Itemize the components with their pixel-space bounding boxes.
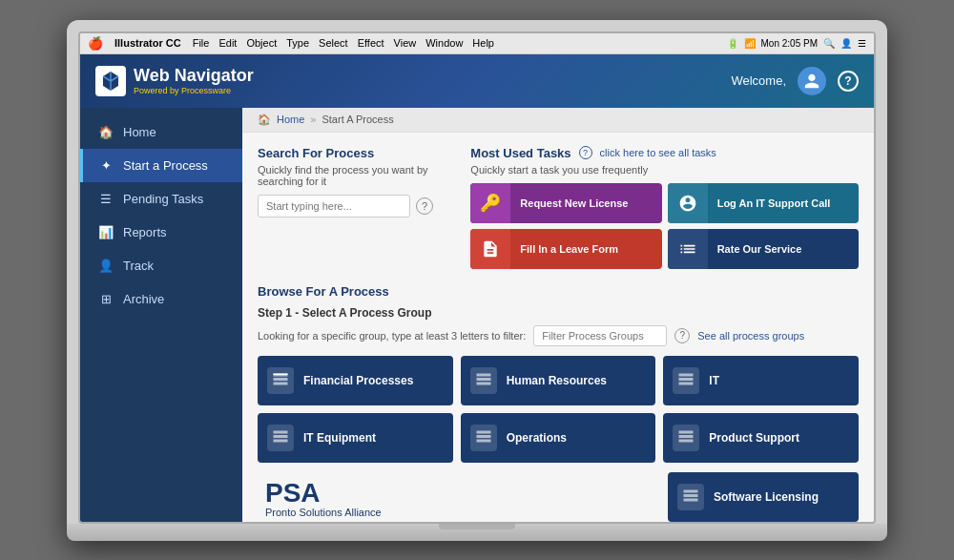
sidebar: 🏠 Home ✦ Start a Process ☰ Pending Tasks… xyxy=(80,108,242,522)
header-subtitle: Powered by Processware xyxy=(134,86,254,95)
page-content: Search For Process Quickly find the proc… xyxy=(242,133,874,522)
product-support-icon xyxy=(673,425,699,451)
menu-file[interactable]: File xyxy=(193,37,210,49)
bottom-row: PSA Pronto Solutions Alliance xyxy=(258,472,859,522)
leave-form-label: Fill In a Leave Form xyxy=(510,243,661,255)
software-licensing-label: Software Licensing xyxy=(714,490,819,504)
time-display: Mon 2:05 PM xyxy=(761,38,818,49)
menu-effect[interactable]: Effect xyxy=(358,37,384,49)
psa-acronym: PSA xyxy=(265,480,653,507)
user-avatar-button[interactable] xyxy=(798,67,826,95)
menu-type[interactable]: Type xyxy=(286,37,309,49)
battery-icon: 🔋 xyxy=(727,38,738,49)
menu-items: File Edit Object Type Select Effect View… xyxy=(193,37,494,49)
menu-help[interactable]: Help xyxy=(472,37,494,49)
software-licensing-icon xyxy=(677,484,704,510)
operations-icon xyxy=(470,425,497,451)
menu-icon[interactable]: ☰ xyxy=(858,38,866,49)
operations-label: Operations xyxy=(507,431,567,445)
header-logo-area: Web Navigator Powered by Processware xyxy=(95,66,286,96)
most-used-help-icon[interactable]: ? xyxy=(579,146,592,159)
sidebar-pending-tasks-label: Pending Tasks xyxy=(123,192,203,206)
step-label: Step 1 - Select A Process Group xyxy=(258,306,859,320)
sidebar-start-process-label: Start a Process xyxy=(123,158,208,173)
financial-icon xyxy=(267,367,294,394)
psa-logo: PSA Pronto Solutions Alliance xyxy=(258,472,660,522)
task-cards: 🔑 Request New License xyxy=(470,183,859,269)
process-grid: Financial Processes Human Resources xyxy=(258,356,859,463)
user-icon[interactable]: 👤 xyxy=(840,38,852,49)
search-input[interactable] xyxy=(258,195,410,218)
task-card-request-license[interactable]: 🔑 Request New License xyxy=(470,183,661,223)
apple-icon: 🍎 xyxy=(88,36,103,51)
search-help-icon[interactable]: ? xyxy=(416,197,433,215)
it-support-label: Log An IT Support Call xyxy=(708,197,859,209)
it-equipment-label: IT Equipment xyxy=(303,431,376,445)
filter-description: Looking for a specific group, type at le… xyxy=(258,330,526,342)
sidebar-item-track[interactable]: 👤 Track xyxy=(80,249,242,282)
it-equipment-icon xyxy=(267,425,294,451)
breadcrumb: 🏠 Home » Start A Process xyxy=(242,108,874,133)
task-card-it-support[interactable]: Log An IT Support Call xyxy=(668,183,859,223)
laptop-screen: 🍎 Illustrator CC File Edit Object Type S… xyxy=(78,31,876,524)
rate-service-label: Rate Our Service xyxy=(708,243,859,255)
sidebar-item-start-process[interactable]: ✦ Start a Process xyxy=(80,149,242,182)
search-input-row: ? xyxy=(258,195,451,218)
app-container: Web Navigator Powered by Processware Wel… xyxy=(80,54,874,522)
see-all-tasks-link[interactable]: click here to see all tasks xyxy=(600,147,716,158)
header-right: Welcome, ? xyxy=(731,67,859,95)
rate-service-icon xyxy=(668,229,708,269)
hr-icon xyxy=(470,367,497,394)
reports-icon: 📊 xyxy=(98,225,114,239)
search-section-title: Search For Process xyxy=(258,146,451,160)
menu-window[interactable]: Window xyxy=(425,37,463,49)
app-header: Web Navigator Powered by Processware Wel… xyxy=(80,54,874,108)
process-btn-financial[interactable]: Financial Processes xyxy=(258,356,453,405)
main-layout: 🏠 Home ✦ Start a Process ☰ Pending Tasks… xyxy=(80,108,874,522)
app-title: Web Navigator xyxy=(134,66,254,87)
process-btn-it[interactable]: IT xyxy=(663,356,859,405)
wifi-icon: 📶 xyxy=(744,38,756,49)
menu-view[interactable]: View xyxy=(394,37,417,49)
sidebar-item-home[interactable]: 🏠 Home xyxy=(80,115,242,149)
pending-tasks-icon: ☰ xyxy=(98,192,114,206)
home-icon: 🏠 xyxy=(98,125,114,139)
mac-menubar: 🍎 Illustrator CC File Edit Object Type S… xyxy=(80,33,874,54)
process-btn-hr[interactable]: Human Resources xyxy=(461,356,656,405)
filter-row: Looking for a specific group, type at le… xyxy=(258,325,859,346)
breadcrumb-separator: » xyxy=(310,114,316,125)
search-section: Search For Process Quickly find the proc… xyxy=(258,146,451,269)
task-card-leave-form[interactable]: Fill In a Leave Form xyxy=(470,229,661,269)
menu-edit[interactable]: Edit xyxy=(218,37,237,49)
leave-form-icon xyxy=(470,229,510,269)
process-btn-product-support[interactable]: Product Support xyxy=(663,413,859,463)
process-btn-software-licensing[interactable]: Software Licensing xyxy=(668,472,859,522)
process-btn-it-equipment[interactable]: IT Equipment xyxy=(258,413,453,463)
sidebar-item-reports[interactable]: 📊 Reports xyxy=(80,216,242,249)
sidebar-reports-label: Reports xyxy=(123,225,167,239)
process-btn-operations[interactable]: Operations xyxy=(461,413,656,463)
sidebar-item-pending-tasks[interactable]: ☰ Pending Tasks xyxy=(80,182,242,216)
help-button[interactable]: ? xyxy=(838,71,859,92)
menu-select[interactable]: Select xyxy=(319,37,348,49)
see-all-groups-link[interactable]: See all process groups xyxy=(697,330,804,342)
it-icon xyxy=(673,367,699,394)
sidebar-track-label: Track xyxy=(123,259,154,273)
section-top: Search For Process Quickly find the proc… xyxy=(258,146,859,269)
financial-label: Financial Processes xyxy=(303,374,413,387)
task-card-rate-service[interactable]: Rate Our Service xyxy=(668,229,859,269)
psa-full-name: Pronto Solutions Alliance xyxy=(265,507,653,518)
search-icon[interactable]: 🔍 xyxy=(823,38,835,49)
sidebar-item-archive[interactable]: ⊞ Archive xyxy=(80,282,242,316)
most-used-title: Most Used Tasks xyxy=(470,146,570,160)
product-support-label: Product Support xyxy=(709,431,799,445)
menu-object[interactable]: Object xyxy=(246,37,277,49)
filter-help-icon[interactable]: ? xyxy=(674,328,690,343)
hr-label: Human Resources xyxy=(507,374,607,387)
menubar-right: 🔋 📶 Mon 2:05 PM 🔍 👤 ☰ xyxy=(727,38,866,49)
breadcrumb-home-link[interactable]: Home xyxy=(277,114,304,125)
filter-input[interactable] xyxy=(533,325,667,346)
most-used-header: Most Used Tasks ? click here to see all … xyxy=(470,146,859,160)
header-title-area: Web Navigator Powered by Processware xyxy=(134,66,254,96)
content-area: 🏠 Home » Start A Process Search For Proc… xyxy=(242,108,874,522)
